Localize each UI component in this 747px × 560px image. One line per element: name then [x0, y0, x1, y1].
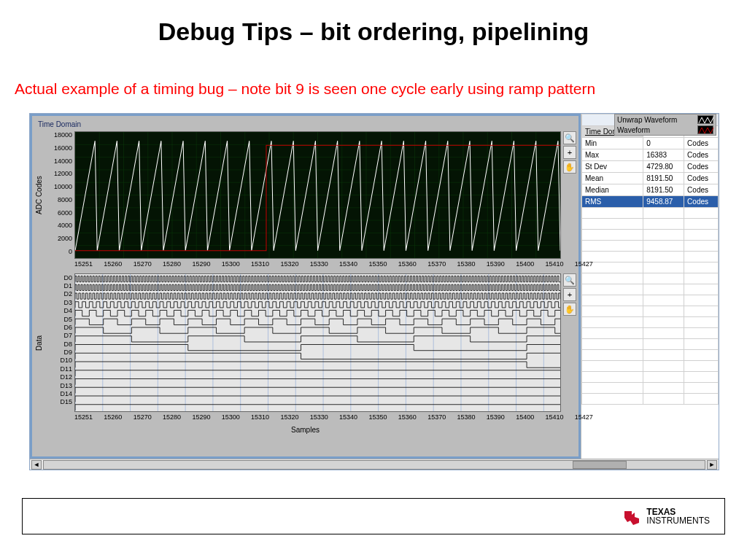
table-row[interactable]: Mean8191.50Codes: [582, 173, 719, 184]
data-axis-label: Data: [35, 273, 45, 412]
slide-caption: Actual example of a timing bug – note bi…: [15, 80, 732, 98]
waveform-window: Unwrap Waveform Waveform Time Domain ADC…: [29, 113, 719, 470]
table-row[interactable]: Min0Codes: [582, 138, 719, 149]
swatch-white-icon: [697, 115, 713, 124]
stats-pane: Value Unit Time DomainMin0CodesMax16383C…: [581, 114, 719, 459]
pan-icon[interactable]: ✋: [563, 160, 576, 174]
plus-icon[interactable]: +: [563, 288, 576, 301]
swatch-red-icon: [697, 125, 713, 134]
zoom-icon[interactable]: 🔍: [563, 131, 576, 144]
ti-logo-text: TEXAS INSTRUMENTS: [646, 508, 710, 525]
y-axis-label: ADC Codes: [35, 131, 45, 259]
plus-icon[interactable]: +: [563, 146, 576, 159]
table-row[interactable]: RMS9458.87Codes: [582, 196, 719, 208]
time-domain-label: Time Domain: [38, 120, 576, 128]
table-row[interactable]: Max16383Codes: [582, 149, 719, 161]
scroll-right-icon[interactable]: ►: [707, 460, 717, 470]
x-ticks-top: 1525115260152701528015290153001531015320…: [35, 259, 576, 272]
legend-label: Waveform: [617, 126, 650, 134]
scroll-thumb[interactable]: [43, 460, 705, 470]
legend: Unwrap Waveform Waveform: [614, 114, 716, 136]
bit-names: D0D1D2D3D4D5D6D7D8D9D10D11D12D13D14D15: [45, 273, 74, 406]
x-ticks-bottom: 1525115260152701528015290153001531015320…: [35, 412, 576, 425]
zoom-icon[interactable]: 🔍: [563, 273, 576, 287]
slide-title: Debug Tips – bit ordering, pipelining: [0, 18, 747, 46]
footer-bar: TEXAS INSTRUMENTS: [22, 498, 725, 534]
scroll-left-icon[interactable]: ◄: [31, 460, 42, 470]
ti-logo-icon: [623, 507, 642, 526]
x-axis-label: Samples: [35, 426, 576, 434]
plot-wrap: Time Domain ADC Codes 180001600014000120…: [32, 116, 578, 456]
stats-table: Value Unit Time DomainMin0CodesMax16383C…: [581, 114, 719, 405]
y-ticks: 1800016000140001200010000800060004000200…: [45, 131, 74, 255]
plot-pane: Unwrap Waveform Waveform Time Domain ADC…: [30, 114, 581, 459]
legend-row-waveform[interactable]: Waveform: [615, 125, 716, 135]
horizontal-scrollbar[interactable]: ◄ ►: [30, 459, 719, 470]
digital-plot[interactable]: [74, 273, 561, 412]
legend-row-unwrap[interactable]: Unwrap Waveform: [615, 114, 716, 125]
table-row[interactable]: St Dev4729.80Codes: [582, 161, 719, 173]
waveform-plot[interactable]: [74, 131, 561, 259]
table-row[interactable]: Median8191.50Codes: [582, 184, 719, 196]
pan-icon[interactable]: ✋: [563, 303, 576, 316]
legend-label: Unwrap Waveform: [617, 116, 677, 124]
